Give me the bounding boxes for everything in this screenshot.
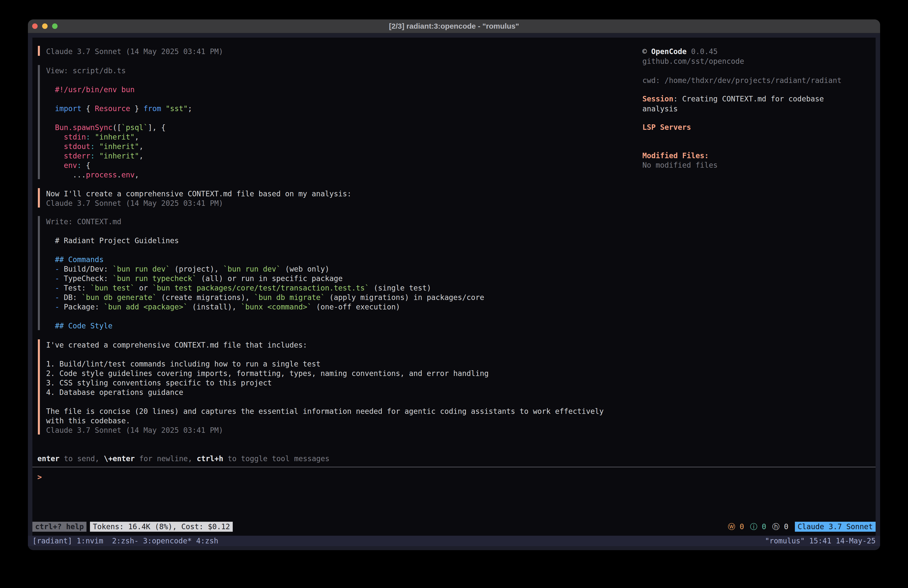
assistant-message-2: I've created a comprehensive CONTEXT.md … <box>32 340 604 435</box>
window-titlebar: [2/3] radiant:3:opencode - "romulus" <box>28 19 880 33</box>
assistant-message-1: Now I'll create a comprehensive CONTEXT.… <box>32 189 351 208</box>
tmux-window-3[interactable]: 3:opencode* <box>143 536 196 545</box>
prompt-symbol: > <box>37 473 42 482</box>
tool-view-script-db: View: script/db.ts #!/usr/bin/env bun im… <box>32 66 192 180</box>
session-title-line-1: Session: Creating CONTEXT.md for codebas… <box>642 94 824 104</box>
message-accent-bar <box>38 339 40 435</box>
input-help-line: enter to send, \+enter for newline, ctrl… <box>37 454 329 464</box>
assistant-turn-header-1: Claude 3.7 Sonnet (14 May 2025 03:41 PM) <box>32 47 223 56</box>
tool-write-context-md: Write: CONTEXT.md # Radiant Project Guid… <box>32 217 484 330</box>
traffic-lights <box>32 23 58 29</box>
tmux-window-2[interactable]: 2:zsh- <box>112 536 143 545</box>
desktop-background: [2/3] radiant:3:opencode - "romulus" ent… <box>0 0 908 588</box>
info-count-indicator: ⓘ 0 <box>750 522 766 532</box>
input-divider-line <box>32 467 876 467</box>
tokens-cost-chip: Tokens: 16.4K (8%), Cost: $0.12 <box>90 522 233 532</box>
message-accent-bar <box>38 188 40 208</box>
tmux-window-4[interactable]: 4:zsh <box>196 536 218 545</box>
tmux-windows: 1:nvim 2:zsh- 3:opencode* 4:zsh <box>77 536 218 545</box>
session-title-line-2: analysis <box>642 104 678 114</box>
tmux-session-name: [radiant] <box>32 536 77 545</box>
zoom-button[interactable] <box>52 23 58 29</box>
diagnostic-indicators: ⓦ 0ⓘ 0ⓗ 0 <box>728 522 788 532</box>
window-title: [2/3] radiant:3:opencode - "romulus" <box>389 22 519 31</box>
status-bar: ctrl+? help Tokens: 16.4K (8%), Cost: $0… <box>32 522 876 532</box>
cwd-line: cwd: /home/thdxr/dev/projects/radiant/ra… <box>642 76 842 85</box>
hint-count-indicator: ⓗ 0 <box>772 522 788 532</box>
terminal-content: enter to send, \+enter for newline, ctrl… <box>32 38 876 536</box>
tool-block-bar <box>38 65 40 179</box>
tmux-status-bar: [radiant] 1:nvim 2:zsh- 3:opencode* 4:zs… <box>28 536 880 546</box>
modified-files-header: Modified Files: <box>642 151 708 161</box>
model-chip[interactable]: Claude 3.7 Sonnet <box>795 522 876 532</box>
opencode-brand-line: © OpenCode 0.0.45 <box>642 47 718 56</box>
prompt-input[interactable]: > <box>37 472 871 482</box>
warning-count-indicator: ⓦ 0 <box>728 522 744 532</box>
tmux-host-datetime: "romulus" 15:41 14-May-25 <box>765 536 876 545</box>
message-accent-bar <box>38 46 40 56</box>
tool-block-bar <box>38 216 40 330</box>
minimize-button[interactable] <box>42 23 48 29</box>
modified-files-empty: No modified files <box>642 161 718 170</box>
opencode-repo-url: github.com/sst/opencode <box>642 56 744 66</box>
help-shortcut-chip: ctrl+? help <box>32 522 87 532</box>
lsp-servers-header: LSP Servers <box>642 122 691 132</box>
close-button[interactable] <box>32 23 38 29</box>
terminal-window: [2/3] radiant:3:opencode - "romulus" ent… <box>28 19 880 550</box>
status-bar-right: ⓦ 0ⓘ 0ⓗ 0 Claude 3.7 Sonnet <box>728 522 876 532</box>
tmux-window-1[interactable]: 1:nvim <box>77 536 112 545</box>
